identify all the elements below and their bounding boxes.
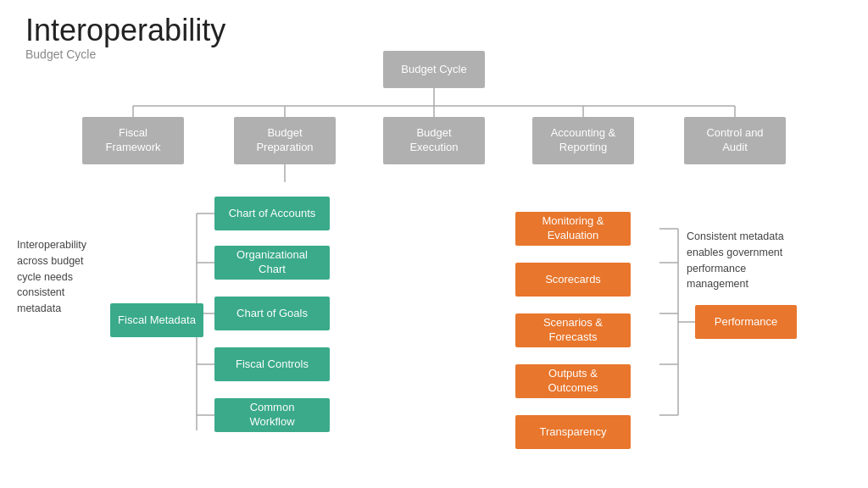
transparency-box: Transparency [515,415,631,449]
outputs-outcomes-box: Outputs &Outcomes [515,364,631,398]
budget-execution-box: BudgetExecution [383,117,485,164]
fiscal-framework-box: FiscalFramework [82,117,184,164]
accounting-reporting-box: Accounting &Reporting [532,117,634,164]
monitoring-evaluation-box: Monitoring &Evaluation [515,212,631,246]
performance-box: Performance [695,305,797,339]
tree-diagram: Interoperability Budget Cycle Budget Cyc… [0,0,868,488]
common-workflow-box: CommonWorkflow [214,398,330,432]
chart-of-goals-box: Chart of Goals [214,297,330,330]
main-title: Interoperability [25,15,225,46]
scenarios-forecasts-box: Scenarios &Forecasts [515,313,631,347]
sub-title: Budget Cycle [25,47,225,61]
organizational-chart-box: OrganizationalChart [214,246,330,280]
title-area: Interoperability Budget Cycle [25,15,225,61]
budget-cycle-box: Budget Cycle [383,51,485,88]
control-audit-box: Control andAudit [684,117,786,164]
right-label: Consistent metadataenables governmentper… [687,229,797,292]
scorecards-box: Scorecards [515,263,631,297]
fiscal-metadata-box: Fiscal Metadata [110,303,203,337]
chart-of-accounts-box: Chart of Accounts [214,197,330,230]
budget-preparation-box: BudgetPreparation [234,117,336,164]
left-label: Interoperability across budget cycle nee… [17,237,110,317]
fiscal-controls-box: Fiscal Controls [214,347,330,381]
